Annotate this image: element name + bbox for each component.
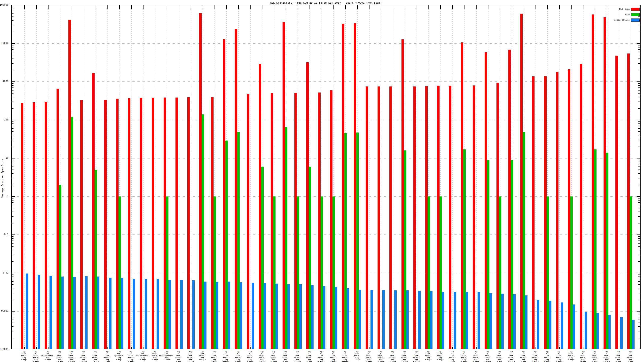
x-bottom-tick xyxy=(250,347,250,349)
x-bottom-tick xyxy=(416,347,417,349)
bar-spam xyxy=(344,133,347,349)
y-major-tick xyxy=(12,120,15,120)
x-group-label-line: origin xyxy=(335,361,355,362)
y-tick-label: 100 xyxy=(0,118,8,121)
bar-spam xyxy=(71,117,73,349)
y-minor-tick xyxy=(12,25,14,25)
x-bottom-tick xyxy=(583,347,584,349)
bar-not-spam xyxy=(604,17,606,349)
x-top-tick xyxy=(48,5,48,9)
y-minor-tick xyxy=(638,293,640,293)
x-top-tick xyxy=(440,5,441,9)
x-top-tick xyxy=(203,5,203,9)
x-bottom-tick xyxy=(619,347,619,349)
y-minor-tick xyxy=(638,85,640,86)
y-minor-tick xyxy=(638,317,640,317)
bar-spam xyxy=(297,196,299,349)
bar-score xyxy=(596,313,599,349)
y-minor-tick xyxy=(12,160,14,160)
x-top-tick xyxy=(369,5,370,9)
y-tick-label: 0.001 xyxy=(0,310,8,312)
y-minor-tick xyxy=(638,173,640,174)
y-minor-tick xyxy=(638,313,640,313)
bar-spam xyxy=(226,141,228,349)
y-minor-tick xyxy=(12,313,14,313)
x-top-tick xyxy=(393,5,393,9)
bar-score xyxy=(145,279,147,349)
y-minor-tick xyxy=(12,255,14,255)
x-group-label: 6@Y.list.dnswl.org1 hop xyxy=(620,351,640,362)
y-minor-tick xyxy=(638,11,640,11)
bar-score xyxy=(561,303,563,349)
x-top-tick xyxy=(334,5,334,9)
y-minor-tick xyxy=(12,87,14,88)
y-minor-tick xyxy=(12,97,14,97)
bar-not-spam xyxy=(116,99,118,349)
y-minor-tick xyxy=(12,52,14,52)
y-minor-tick xyxy=(12,241,14,241)
x-bottom-tick xyxy=(131,347,132,349)
x-bottom-tick xyxy=(369,347,370,349)
x-top-tick xyxy=(524,5,524,9)
y-minor-tick xyxy=(638,315,640,315)
y-minor-tick xyxy=(12,198,14,199)
y-major-tick xyxy=(637,81,640,82)
y-minor-tick xyxy=(12,243,14,244)
gridline-vertical xyxy=(250,5,250,349)
y-major-tick xyxy=(12,158,15,158)
bar-spam xyxy=(487,160,490,349)
bar-score xyxy=(430,291,432,349)
y-minor-tick xyxy=(638,25,640,25)
y-minor-tick xyxy=(638,164,640,164)
bar-spam xyxy=(630,196,632,349)
y-major-tick xyxy=(12,81,15,82)
bar-spam xyxy=(94,170,97,349)
bar-score xyxy=(466,292,468,349)
gridline-vertical xyxy=(155,5,155,349)
gridline-vertical xyxy=(452,5,452,349)
x-group-label-line: 3 hops xyxy=(549,361,569,362)
y-minor-tick xyxy=(638,277,640,277)
bar-not-spam xyxy=(104,100,107,349)
bar-score xyxy=(418,291,420,349)
y-minor-tick xyxy=(638,284,640,285)
y-minor-tick xyxy=(638,212,640,212)
bar-spam xyxy=(546,196,549,349)
y-minor-tick xyxy=(638,126,640,126)
bar-not-spam xyxy=(271,93,273,349)
y-minor-tick xyxy=(638,216,640,217)
bar-not-spam xyxy=(402,39,404,349)
y-minor-tick xyxy=(638,63,640,64)
bar-score xyxy=(608,315,611,349)
y-minor-tick xyxy=(638,202,640,203)
y-minor-tick xyxy=(638,16,640,17)
bar-spam xyxy=(594,149,596,349)
y-major-tick xyxy=(637,235,640,235)
bar-not-spam xyxy=(449,86,452,349)
y-minor-tick xyxy=(638,162,640,162)
bar-score xyxy=(156,279,159,349)
x-group-label-line: 2 hops xyxy=(180,361,201,362)
y-minor-tick xyxy=(638,243,640,244)
bar-not-spam xyxy=(247,94,249,349)
x-top-tick xyxy=(36,5,37,9)
gridline-vertical xyxy=(191,5,191,349)
bar-not-spam xyxy=(532,76,534,349)
y-minor-tick xyxy=(638,246,640,247)
x-bottom-tick xyxy=(559,347,560,349)
bar-score xyxy=(50,276,52,349)
bar-score xyxy=(216,282,218,349)
x-top-tick xyxy=(238,5,239,9)
x-top-tick xyxy=(381,5,381,9)
bar-score xyxy=(73,277,76,349)
x-bottom-tick xyxy=(108,347,108,349)
x-top-tick xyxy=(108,5,108,9)
y-minor-tick xyxy=(638,90,640,90)
x-top-tick xyxy=(24,5,25,9)
x-top-tick xyxy=(191,5,191,9)
gridline-vertical xyxy=(381,5,381,349)
bar-not-spam xyxy=(235,29,237,349)
bar-not-spam xyxy=(580,64,582,349)
x-top-tick xyxy=(262,5,262,9)
y-minor-tick xyxy=(638,170,640,170)
